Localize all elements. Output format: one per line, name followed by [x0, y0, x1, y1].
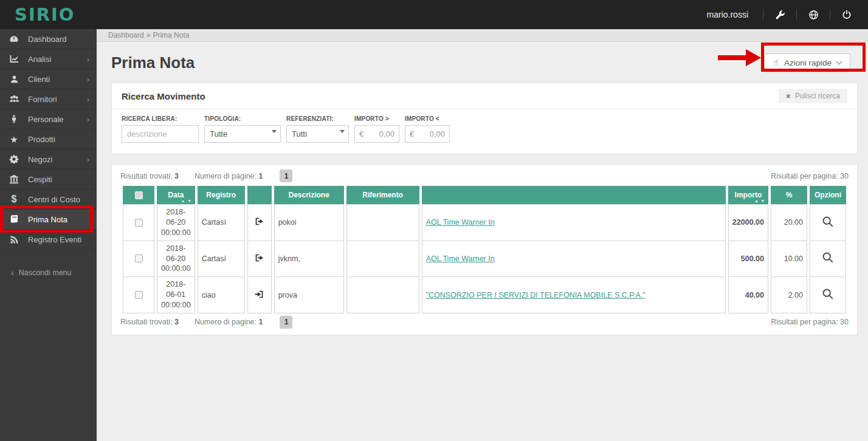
sidebar-item-prima-nota[interactable]: Prima Nota	[0, 210, 97, 230]
breadcrumb-home[interactable]: Dashboard	[108, 31, 144, 39]
rss-icon	[0, 235, 28, 244]
breadcrumb-current: Prima Nota	[153, 31, 189, 39]
wrench-icon[interactable]	[770, 5, 790, 24]
chevron-right-icon: ›	[87, 155, 89, 164]
divider	[796, 9, 797, 20]
breadcrumb-separator: »	[146, 31, 151, 39]
cell-percent: 2.00	[771, 277, 807, 313]
hand-pointer-icon: ☝	[773, 57, 779, 68]
found-label: Risultati trovati:	[120, 172, 172, 180]
per-page-value: 30	[840, 318, 849, 326]
globe-icon[interactable]	[803, 5, 824, 24]
view-details-button[interactable]	[822, 251, 834, 265]
header-direction	[247, 186, 272, 204]
per-page-label: Risultati per pagina:	[771, 172, 838, 180]
hide-menu-label: Nascondi menu	[19, 268, 72, 277]
sidebar-item-clienti[interactable]: Clienti ›	[0, 69, 97, 89]
header-data[interactable]: Data▲ ▼	[157, 186, 195, 204]
sidebar-item-personale[interactable]: Personale ›	[0, 109, 97, 129]
sidebar-item-dashboard[interactable]: Dashboard	[0, 29, 97, 49]
cell-data: 2018-06-20 00:00:00	[157, 204, 195, 241]
header-opzioni: Opzioni	[810, 186, 846, 204]
field-importo-gt: IMPORTO > €	[354, 115, 399, 143]
view-details-button[interactable]	[822, 216, 834, 230]
header-percent: %	[771, 186, 807, 204]
header-importo[interactable]: Importo▲ ▼	[728, 186, 768, 204]
view-details-button[interactable]	[822, 288, 834, 302]
sidebar-item-cespiti[interactable]: Cespiti	[0, 169, 97, 190]
clear-icon: ✖	[786, 93, 791, 100]
power-icon[interactable]	[836, 5, 857, 24]
row-checkbox[interactable]	[135, 219, 143, 227]
cell-riferimento	[346, 277, 419, 313]
cell-importo: 500.00	[728, 241, 768, 278]
username[interactable]: mario.rossi	[707, 10, 748, 19]
referenza-link[interactable]: AOL Time Warner In	[426, 218, 495, 227]
sidebar-item-negozi[interactable]: Negozi ›	[0, 149, 97, 169]
search-panel: Ricerca Movimento ✖ Pulisci ricerca RICE…	[111, 83, 858, 154]
cell-importo: 22000.00	[728, 204, 768, 241]
quick-actions-label: Azioni rapide	[784, 58, 832, 67]
line-chart-icon	[0, 54, 28, 64]
table-row: 2018-06-20 00:00:00 Cartasì jvknm, AOL T…	[123, 241, 846, 278]
sidebar-item-registro-eventi[interactable]: Registro Eventi	[0, 230, 97, 250]
users-icon	[0, 94, 28, 104]
hide-menu-button[interactable]: ‹ Nascondi menu	[0, 268, 97, 278]
bank-icon	[0, 174, 28, 184]
sirio-logo: SIRIO	[15, 4, 75, 25]
cell-registro: ciao	[198, 277, 245, 313]
chevron-down-icon	[836, 58, 842, 64]
chevron-right-icon: ›	[87, 55, 89, 64]
sidebar-item-centri-di-costo[interactable]: $ Centri di Costo	[0, 190, 97, 210]
page-1-button[interactable]: 1	[280, 316, 292, 329]
sidebar-item-prodotti[interactable]: ★ Prodotti	[0, 129, 97, 149]
chevron-right-icon: ›	[87, 115, 89, 124]
importo-gt-input[interactable]	[363, 129, 394, 138]
header-referenza	[422, 186, 726, 204]
cell-descrizione: pokoi	[274, 204, 344, 241]
sidebar-item-label: Prima Nota	[28, 215, 97, 224]
divider	[830, 9, 830, 20]
divider	[763, 9, 763, 20]
cell-riferimento	[346, 241, 419, 278]
referenziati-selected-value: Tutti	[292, 129, 307, 138]
sidebar-item-label: Analisi	[28, 55, 87, 64]
field-referenziati: REFERENZIATI: Tutti	[286, 115, 349, 143]
header-riferimento: Riferimento	[346, 186, 419, 204]
free-search-input[interactable]	[122, 125, 199, 143]
movements-table: Data▲ ▼ Registro Descrizione Riferimento…	[120, 186, 849, 313]
sort-icons[interactable]: ▲ ▼	[754, 199, 765, 203]
row-checkbox[interactable]	[135, 255, 143, 262]
cell-percent: 20.00	[771, 204, 807, 241]
referenziati-select[interactable]: Tutti	[286, 125, 349, 143]
referenza-link[interactable]: "CONSORZIO PER I SERVIZI DI TELEFONIA MO…	[426, 291, 646, 299]
cell-data: 2018-06-20 00:00:00	[157, 241, 195, 278]
cell-percent: 10.00	[771, 241, 807, 278]
star-icon: ★	[0, 135, 28, 144]
cell-descrizione: jvknm,	[274, 241, 344, 278]
breadcrumb: Dashboard » Prima Nota	[97, 29, 868, 42]
sidebar-item-label: Cespiti	[28, 175, 97, 184]
select-all-checkbox[interactable]	[135, 191, 143, 199]
importo-lt-input[interactable]	[414, 129, 445, 138]
sign-out-icon	[247, 204, 272, 241]
field-ricerca-libera: RICERCA LIBERA:	[122, 115, 199, 143]
sidebar-item-analisi[interactable]: Analisi ›	[0, 49, 97, 69]
per-page-label: Risultati per pagina:	[771, 318, 838, 326]
cell-data: 2018-06-01 00:00:00	[157, 277, 195, 313]
sort-icons[interactable]: ▲ ▼	[181, 199, 192, 203]
row-checkbox[interactable]	[135, 291, 143, 299]
pages-value: 1	[259, 172, 263, 180]
tipologia-select[interactable]: Tutte	[204, 125, 281, 143]
sidebar-item-fornitori[interactable]: Fornitori ›	[0, 89, 97, 109]
page-1-button[interactable]: 1	[280, 169, 292, 182]
field-label: RICERCA LIBERA:	[122, 115, 199, 122]
cell-registro: Cartasì	[198, 204, 245, 241]
pages-label: Numero di pagine:	[195, 318, 257, 326]
sidebar-item-label: Centri di Costo	[28, 195, 97, 204]
search-panel-title: Ricerca Movimento	[122, 91, 205, 101]
referenza-link[interactable]: AOL Time Warner In	[426, 255, 495, 263]
sidebar-item-label: Clienti	[28, 75, 87, 84]
quick-actions-button[interactable]: ☝ Azioni rapide	[764, 53, 850, 72]
clear-search-button[interactable]: ✖ Pulisci ricerca	[779, 89, 847, 103]
